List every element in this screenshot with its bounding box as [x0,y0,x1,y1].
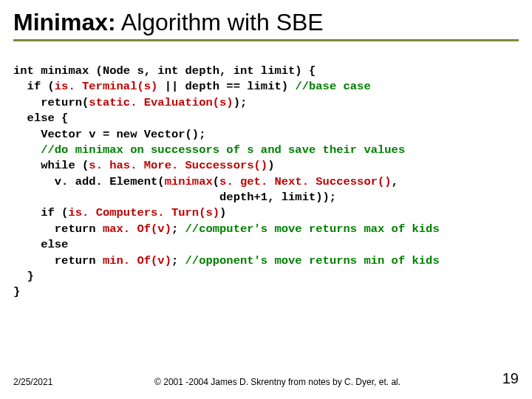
code-token: ); [233,96,248,109]
code-token: while ( [13,159,89,172]
title-rest: Algorithm with SBE [116,9,324,35]
code-comment: //computer's move returns max of kids [185,222,440,236]
code-line: else [13,238,68,251]
footer-page-number: 19 [502,370,519,387]
code-block: int minimax (Node s, int depth, int limi… [13,64,519,301]
code-token: return [13,254,103,267]
code-token: static. Evaluation(s) [89,96,233,109]
code-token: return( [13,96,89,109]
code-token: , [392,175,398,188]
code-token: min. Of(v) [103,254,171,267]
code-token: || depth == limit) [157,80,295,93]
slide-title: Minimax: Algorithm with SBE [13,9,519,36]
code-token: if ( [13,206,68,219]
code-token: ; [171,222,185,236]
footer-date: 2/25/2021 [13,377,52,387]
code-token: return [13,222,103,236]
code-line: Vector v = new Vector(); [13,128,205,141]
footer-copyright: © 2001 -2004 James D. Skrentny from note… [52,377,502,387]
code-token: ( [213,175,219,188]
slide-footer: 2/25/2021 © 2001 -2004 James D. Skrentny… [0,370,532,387]
title-bold: Minimax: [13,9,116,35]
code-line: else { [13,112,68,125]
code-token: max. Of(v) [103,222,171,236]
code-token: ) [267,159,274,172]
code-token [13,143,41,157]
code-comment: //opponent's move returns min of kids [185,254,440,267]
code-token: s. has. More. Successors() [89,159,267,172]
code-token: v. add. Element( [13,175,165,188]
code-token: minimax [165,175,213,188]
slide: Minimax: Algorithm with SBE int minimax … [0,0,532,399]
title-divider [13,39,519,41]
code-token: ; [171,254,185,267]
code-line: if ( [13,80,55,93]
code-comment: //do minimax on successors of s and save… [41,143,405,157]
code-line: depth+1, limit)); [13,191,336,204]
code-line: } [13,285,20,299]
code-token: ) [219,206,226,219]
code-token: s. get. Next. Successor() [219,175,392,188]
code-comment: //base case [295,80,370,93]
code-line: } [13,270,34,283]
code-token: is. Computers. Turn(s) [68,206,219,219]
code-line: int minimax (Node s, int depth, int limi… [13,64,316,78]
code-token: is. Terminal(s) [55,80,158,93]
